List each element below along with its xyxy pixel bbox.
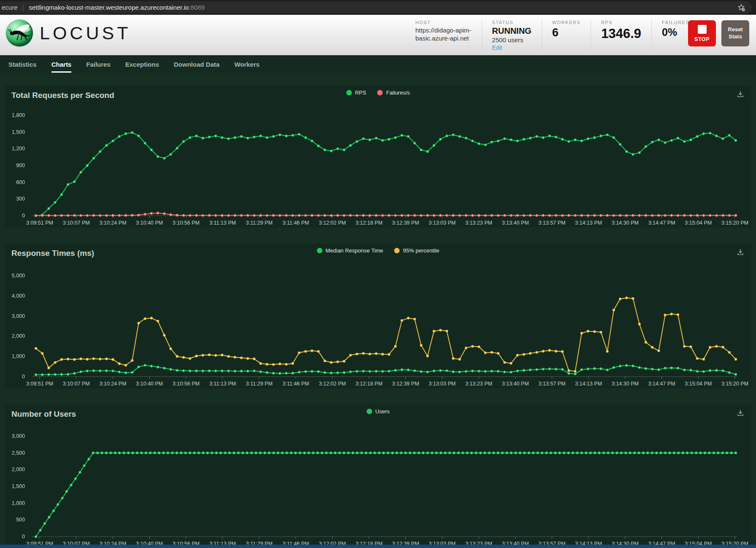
main-nav: Statistics Charts Failures Exceptions Do…: [0, 55, 756, 73]
y-tick-label: 1,500: [12, 129, 25, 135]
x-tick-label: 3:14:30 PM: [612, 220, 639, 226]
x-tick-label: 3:13:23 PM: [465, 220, 492, 226]
legend-item-users: Users: [366, 408, 390, 415]
tab-statistics[interactable]: Statistics: [8, 55, 37, 73]
status-label: STATUS: [492, 20, 531, 25]
y-axis: 03006009001,2001,5001,800: [5, 115, 27, 216]
logo-wordmark: LOCUST: [40, 23, 131, 43]
x-tick-label: 3:12:39 PM: [392, 381, 419, 387]
url-text: settlingmako-locust-master.westeurope.az…: [29, 4, 189, 11]
locust-logo: LOCUST: [6, 19, 131, 46]
download-chart-icon[interactable]: [735, 89, 745, 100]
locust-logo-icon: [6, 19, 33, 46]
y-tick-label: 1,000: [12, 500, 25, 506]
stat-host: HOST https://didago-apim- basic.azure-ap…: [405, 20, 482, 52]
plot-area: [32, 115, 737, 221]
rps-value: 1346.9: [601, 26, 641, 41]
status-value: RUNNING: [492, 26, 531, 35]
x-tick-label: 3:13:03 PM: [429, 381, 456, 387]
x-tick-label: 3:10:24 PM: [99, 220, 126, 226]
charts-area: Total Requests per Second RPS Failures/s…: [0, 73, 756, 548]
tab-workers[interactable]: Workers: [234, 55, 260, 73]
y-tick-label: 0: [22, 374, 25, 380]
y-tick-label: 2,500: [12, 450, 25, 456]
chart-legend: Users: [366, 408, 390, 415]
x-tick-label: 3:11:29 PM: [246, 220, 273, 226]
legend-dot-yellow: [394, 248, 400, 253]
url-field[interactable]: ecure settlingmako-locust-master.westeur…: [0, 1, 752, 14]
legend-label: Users: [375, 408, 390, 415]
chart-panel-response-times: Response Times (ms) Median Response Time…: [5, 244, 751, 388]
x-tick-label: 3:14:47 PM: [648, 381, 675, 387]
x-tick-label: 3:12:02 PM: [319, 381, 346, 387]
legend-label: Median Response Time: [325, 247, 383, 254]
legend-item-rps: RPS: [346, 90, 366, 96]
y-tick-label: 600: [16, 179, 25, 185]
download-chart-icon[interactable]: [735, 408, 745, 419]
y-tick-label: 900: [16, 163, 25, 168]
header-stats: HOST https://didago-apim- basic.azure-ap…: [405, 20, 699, 52]
y-tick-label: 2,000: [12, 333, 25, 339]
y-tick-label: 0: [22, 534, 25, 540]
tab-exceptions[interactable]: Exceptions: [125, 55, 159, 73]
y-tick-label: 4,000: [12, 293, 25, 299]
header-buttons: STOP Reset Stats: [688, 20, 749, 46]
tab-failures[interactable]: Failures: [86, 55, 111, 73]
failures-value: 0%: [662, 26, 689, 38]
x-tick-label: 3:14:30 PM: [612, 381, 639, 387]
x-tick-label: 3:12:18 PM: [355, 220, 382, 226]
stat-workers: WORKERS 6: [542, 20, 591, 52]
download-chart-icon[interactable]: [735, 247, 745, 258]
legend-label: Failures/s: [386, 90, 410, 96]
x-axis: 3:09:51 PM3:10:07 PM3:10:24 PM3:10:40 PM…: [32, 219, 737, 226]
y-tick-label: 1,200: [12, 146, 25, 152]
y-tick-label: 1,800: [12, 112, 25, 118]
x-tick-label: 3:15:20 PM: [721, 220, 748, 226]
edit-link[interactable]: Edit: [492, 44, 502, 51]
x-tick-label: 3:13:40 PM: [502, 220, 529, 226]
chart-title: Number of Users: [11, 410, 76, 419]
tab-download-data[interactable]: Download Data: [174, 55, 219, 73]
stop-icon: [698, 25, 707, 34]
reset-label-line2: Stats: [721, 33, 749, 41]
x-tick-label: 3:14:47 PM: [648, 220, 675, 226]
x-tick-label: 3:12:02 PM: [319, 220, 346, 226]
host-value-line1: https://didago-apim-: [415, 26, 471, 34]
x-tick-label: 3:10:56 PM: [173, 381, 200, 387]
plot-area: [32, 436, 737, 542]
y-tick-label: 0: [22, 213, 25, 219]
x-tick-label: 3:13:57 PM: [539, 220, 566, 226]
stop-button-label: STOP: [694, 36, 710, 42]
x-tick-label: 3:12:18 PM: [355, 381, 382, 387]
stat-status: STATUS RUNNING 2500 users Edit: [482, 20, 542, 52]
app-header: LOCUST HOST https://didago-apim- basic.a…: [0, 15, 756, 55]
y-axis: 01,0002,0003,0004,0005,000: [5, 276, 27, 377]
x-tick-label: 3:13:03 PM: [429, 220, 456, 226]
tab-charts[interactable]: Charts: [51, 55, 72, 73]
workers-label: WORKERS: [552, 20, 580, 25]
chart-legend: RPS Failures/s: [346, 90, 410, 96]
taskbar-edge: [0, 545, 756, 548]
bookmark-star-icon[interactable]: [737, 3, 746, 12]
x-tick-label: 3:15:20 PM: [721, 381, 748, 387]
legend-label: RPS: [355, 90, 366, 96]
x-tick-label: 3:09:51 PM: [26, 381, 53, 387]
legend-dot-red: [377, 90, 383, 95]
legend-dot-green: [366, 409, 372, 414]
stop-button[interactable]: STOP: [688, 20, 716, 46]
legend-dot-green: [346, 90, 352, 95]
y-tick-label: 1,000: [12, 353, 25, 359]
x-tick-label: 3:13:40 PM: [502, 381, 529, 387]
status-user-count: 2500 users: [492, 36, 531, 43]
chart-panel-total-rps: Total Requests per Second RPS Failures/s…: [5, 86, 751, 228]
legend-label: 95% percentile: [403, 247, 439, 254]
x-tick-label: 3:11:13 PM: [209, 381, 236, 387]
host-label: HOST: [415, 20, 471, 25]
x-tick-label: 3:10:07 PM: [63, 381, 90, 387]
x-axis: 3:09:51 PM3:10:07 PM3:10:24 PM3:10:40 PM…: [32, 380, 737, 387]
legend-item-percentile: 95% percentile: [394, 247, 439, 254]
x-tick-label: 3:15:04 PM: [685, 381, 712, 387]
x-tick-label: 3:10:40 PM: [136, 220, 163, 226]
x-tick-label: 3:14:13 PM: [575, 220, 602, 226]
reset-stats-button[interactable]: Reset Stats: [721, 20, 749, 46]
